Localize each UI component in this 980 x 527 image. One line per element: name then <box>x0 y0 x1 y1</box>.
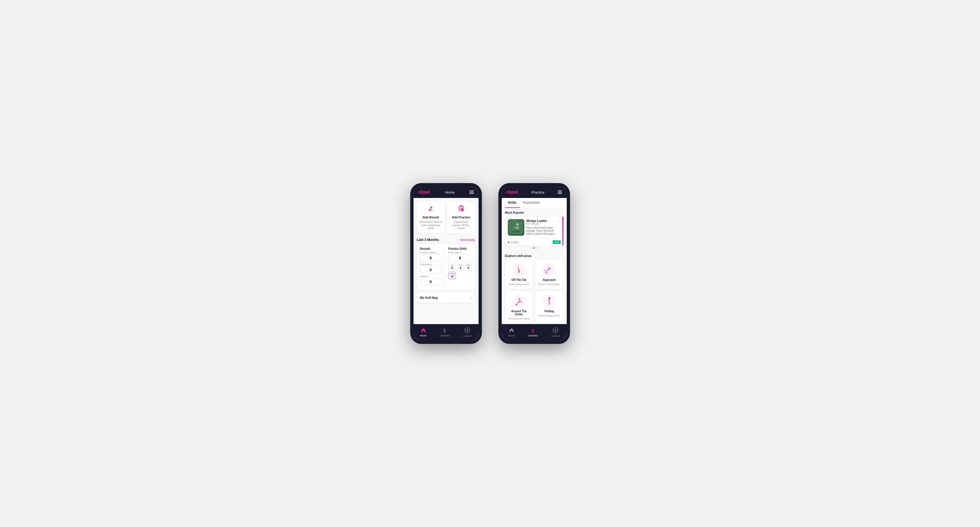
capture-nav-icon-p2 <box>553 327 558 334</box>
drill-side-bar <box>562 216 563 246</box>
dot-2 <box>533 247 535 249</box>
putting-name: Putting <box>544 310 554 313</box>
svg-point-34 <box>515 304 517 306</box>
app-title-practice: Practice <box>531 190 544 194</box>
around-green-name: Around The Green <box>507 310 531 316</box>
drill-yards: 50–100 yds <box>527 222 547 225</box>
view-activity-link[interactable]: View Activity <box>460 238 475 241</box>
svg-rect-5 <box>460 205 462 206</box>
drills-title: Practice Drills <box>448 247 472 250</box>
add-practice-title: Add Practice <box>452 216 470 219</box>
putting-desc: Make and lag practice <box>538 314 560 317</box>
drill-card[interactable]: Wedge Ladder 50–100 yds ☆ Play 1 shot at… <box>505 216 563 246</box>
svg-marker-2 <box>431 206 433 208</box>
bottom-nav-home: Home Activities <box>414 324 479 341</box>
nav-activities-p2[interactable]: Activities <box>528 328 538 337</box>
skill-grid: Off The Tee Power and accuracy <box>505 260 563 323</box>
chevron-right-icon: › <box>471 296 472 300</box>
practice-tabs: Drills Favourites <box>502 198 567 208</box>
menu-button-practice[interactable] <box>558 190 562 194</box>
drill-card-content: Wedge Ladder 50–100 yds ☆ Play 1 shot at… <box>505 216 563 238</box>
svg-point-29 <box>547 273 548 274</box>
app-value: 4 <box>458 266 462 270</box>
skill-card-putting[interactable]: Putting Make and lag practice <box>535 291 563 323</box>
add-round-desc: Record your shots in fast or enhanced mo… <box>419 221 443 230</box>
app-label: APP <box>458 264 462 266</box>
app-logo-home: clippd <box>418 190 430 195</box>
home-nav-label: Home <box>420 334 427 337</box>
rounds-col: Rounds Rounds Capture 0 Tournament 0 Pra… <box>420 247 442 287</box>
activity-title: Last 3 Months <box>417 238 439 242</box>
shots-dot-icon <box>508 241 509 243</box>
nav-capture-p2[interactable]: Capture <box>551 327 560 337</box>
home-nav-label-p2: Home <box>508 334 515 337</box>
home-nav-icon <box>421 328 426 334</box>
arg-label: ARG <box>466 264 470 266</box>
activity-header: Last 3 Months View Activity <box>414 237 479 244</box>
activities-nav-icon <box>442 328 447 334</box>
rounds-title: Rounds <box>420 247 442 250</box>
menu-button-home[interactable] <box>469 190 474 194</box>
practice-value: 0 <box>420 278 442 285</box>
nav-capture[interactable]: Capture <box>463 327 472 337</box>
tab-favourites[interactable]: Favourites <box>520 198 543 208</box>
skill-areas-title: Explore skill areas <box>505 254 563 257</box>
app-cell: APP 4 <box>457 263 464 271</box>
putt-label: PUTT <box>450 273 455 275</box>
drill-desc: Play 1 shot at each target yardage. If y… <box>527 226 561 235</box>
svg-point-39 <box>543 295 555 307</box>
svg-point-22 <box>519 265 520 267</box>
tournament-label: Tournament <box>420 263 442 266</box>
add-practice-desc: Capture your practice off-the-course <box>449 221 473 230</box>
most-popular-section: Most Popular <box>502 208 567 252</box>
svg-point-43 <box>549 303 550 305</box>
nav-home-p2[interactable]: Home <box>508 328 515 337</box>
off-the-tee-name: Off The Tee <box>511 278 526 281</box>
golf-bag-label: My Golf Bag <box>420 296 438 299</box>
skill-card-off-the-tee[interactable]: Off The Tee Power and accuracy <box>505 260 533 289</box>
home-nav-icon-p2 <box>509 328 514 334</box>
shots-label: 9 shots <box>508 241 519 244</box>
putt-value: 4 <box>450 275 455 278</box>
activities-nav-icon-p2 <box>530 328 535 334</box>
svg-point-41 <box>549 297 550 299</box>
svg-point-45 <box>549 302 550 303</box>
putt-cell: PUTT 4 <box>448 272 456 279</box>
ott-value: 0 <box>450 266 455 270</box>
svg-text:+: + <box>462 209 463 211</box>
dot-3 <box>536 247 537 249</box>
tab-drills[interactable]: Drills <box>505 198 520 208</box>
golf-bag-row[interactable]: My Golf Bag › <box>417 292 475 303</box>
svg-point-10 <box>444 331 445 332</box>
svg-point-44 <box>549 299 550 300</box>
ott-cell: OTT 0 <box>448 263 456 271</box>
tournament-value: 0 <box>420 266 442 273</box>
ott-label: OTT <box>450 264 455 266</box>
dot-1 <box>531 247 532 249</box>
drill-info: Wedge Ladder 50–100 yds ☆ Play 1 shot at… <box>527 219 561 236</box>
bottom-nav-practice: Home Activities <box>502 324 567 341</box>
practice-label: Practice <box>420 275 442 278</box>
add-round-title: Add Round <box>423 216 439 219</box>
most-popular-label: Most Popular <box>505 211 563 214</box>
activities-nav-label: Activities <box>440 334 450 337</box>
add-practice-card[interactable]: + Add Practice Capture your practice off… <box>447 201 475 233</box>
drills-col: Practice Drills Drills Capture 8 OTT 0 A… <box>448 247 472 287</box>
add-round-card[interactable]: Add Round Record your shots in fast or e… <box>417 201 445 233</box>
favourite-star-icon[interactable]: ☆ <box>558 219 561 223</box>
phone-practice: clippd Practice Drills Favourites Most P… <box>498 183 570 344</box>
drills-capture-value: 8 <box>448 254 472 262</box>
skill-card-approach[interactable]: Approach Dial-in to hit the green <box>535 260 563 289</box>
svg-point-21 <box>517 266 518 267</box>
app-header-home: clippd Home <box>414 186 479 198</box>
nav-home[interactable]: Home <box>420 328 427 337</box>
rounds-capture-label: Rounds Capture <box>420 251 442 254</box>
home-content: Add Round Record your shots in fast or e… <box>414 198 479 341</box>
nav-activities[interactable]: Activities <box>440 328 450 337</box>
shots-count: 9 shots <box>511 241 519 244</box>
capture-nav-label: Capture <box>463 335 472 337</box>
drills-capture-label: Drills Capture <box>448 251 472 254</box>
svg-point-36 <box>521 302 522 303</box>
skill-card-around-green[interactable]: Around The Green Hone your short game <box>505 291 533 323</box>
svg-point-17 <box>516 223 519 225</box>
